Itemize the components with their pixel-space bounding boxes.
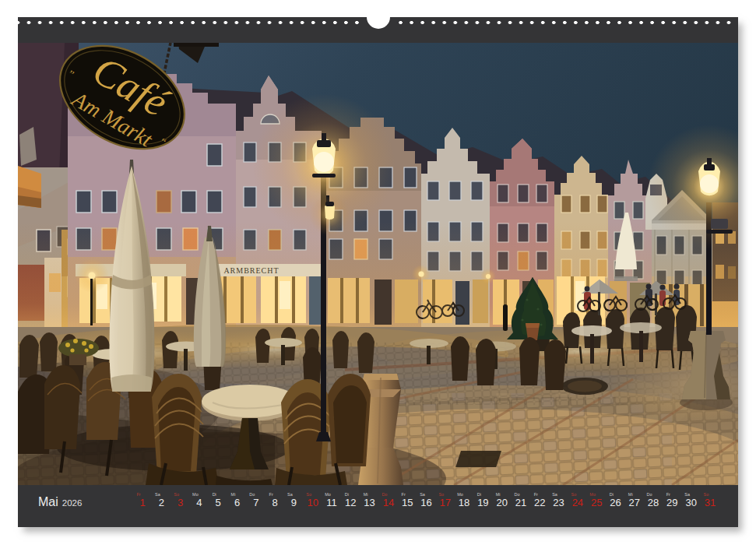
svg-text:ARMBRECHT: ARMBRECHT [223,266,279,275]
